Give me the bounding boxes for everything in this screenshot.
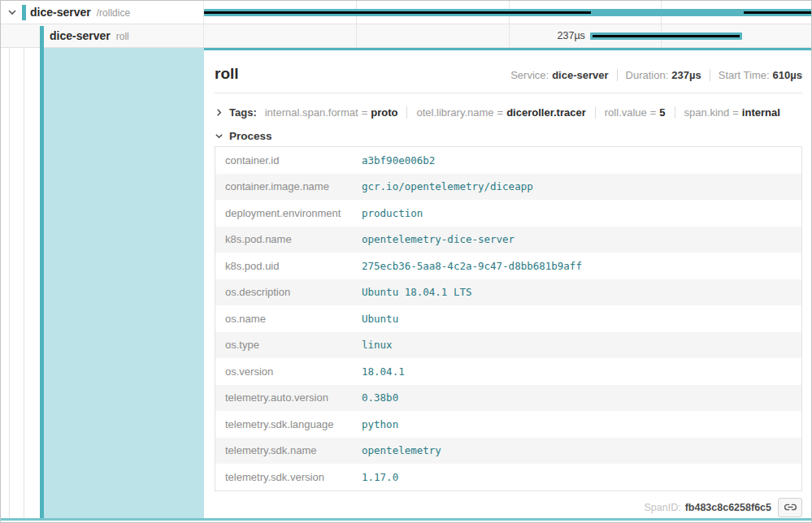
tags-summary-row[interactable]: Tags: internal.span.format = proto otel.… bbox=[215, 93, 802, 121]
chevron-right-icon[interactable] bbox=[215, 108, 224, 117]
trace-row-roll-selected[interactable]: dice-serverroll 237µs bbox=[1, 24, 811, 48]
link-icon bbox=[784, 501, 797, 513]
kv-value: opentelemetry bbox=[362, 444, 441, 456]
tag-key: span.kind bbox=[684, 106, 730, 119]
kv-key: telemetry.auto.version bbox=[215, 391, 362, 404]
span-bar-roll[interactable] bbox=[590, 32, 742, 40]
kv-value: linux bbox=[362, 339, 393, 351]
kv-value: Ubuntu 18.04.1 LTS bbox=[362, 286, 471, 298]
tag-value: internal bbox=[742, 106, 780, 119]
kv-value: 1.17.0 bbox=[362, 471, 398, 483]
process-label: Process bbox=[229, 130, 272, 142]
tag-equals: = bbox=[732, 106, 739, 119]
table-row: telemetry.auto.version0.38b0 bbox=[215, 385, 801, 412]
kv-key: telemetry.sdk.version bbox=[215, 471, 362, 483]
service-value: dice-server bbox=[552, 69, 608, 81]
kv-value: a3bf90e006b2 bbox=[362, 154, 435, 166]
tag-key: roll.value bbox=[605, 106, 647, 119]
table-row: k8s.pod.nameopentelemetry-dice-server bbox=[215, 227, 801, 253]
chevron-down-icon[interactable] bbox=[7, 7, 17, 17]
span-detail-panel: roll Service: dice-server Duration: 237µ… bbox=[204, 48, 812, 518]
table-row: container.image.namegcr.io/opentelemetry… bbox=[215, 174, 801, 201]
tags-label: Tags: bbox=[229, 106, 257, 119]
jaeger-span-detail-view: dice-server/rolldice dice-serverroll 237… bbox=[0, 0, 812, 523]
child-span-indicator bbox=[744, 11, 812, 14]
service-color-block bbox=[22, 5, 26, 20]
spanid-value: fb483c8c6258f6c5 bbox=[685, 502, 771, 513]
table-row: k8s.pod.uid275ecb36-5aa8-4c2a-9c47-d8bb6… bbox=[215, 253, 801, 279]
span-name[interactable]: dice-serverroll bbox=[50, 29, 129, 42]
operation-name: roll bbox=[116, 31, 129, 42]
kv-key: os.type bbox=[215, 339, 362, 351]
process-kv-table: container.ida3bf90e006b2 container.image… bbox=[215, 146, 802, 491]
copy-span-link-button[interactable] bbox=[778, 498, 802, 517]
selected-span-bottom-accent bbox=[1, 518, 811, 521]
tag-value: 5 bbox=[659, 106, 665, 119]
service-name: dice-server bbox=[30, 6, 91, 19]
service-color-block bbox=[40, 26, 44, 48]
kv-value: gcr.io/opentelemetry/diceapp bbox=[362, 180, 533, 192]
table-row: os.descriptionUbuntu 18.04.1 LTS bbox=[215, 279, 801, 306]
table-row: telemetry.sdk.languagepython bbox=[215, 411, 801, 438]
tag-key: internal.span.format bbox=[265, 106, 358, 119]
kv-value: 0.38b0 bbox=[362, 391, 398, 404]
kv-value: Ubuntu bbox=[362, 313, 398, 325]
kv-key: os.version bbox=[215, 365, 362, 378]
span-meta: Service: dice-server Duration: 237µs Sta… bbox=[510, 69, 802, 81]
selected-span-highlight bbox=[44, 48, 204, 518]
tag-separator bbox=[675, 106, 675, 119]
kv-key: k8s.pod.name bbox=[215, 233, 362, 245]
tag-value: proto bbox=[371, 106, 397, 119]
chevron-down-icon[interactable] bbox=[215, 132, 224, 140]
kv-value: opentelemetry-dice-server bbox=[362, 233, 515, 245]
service-label: Service: bbox=[510, 69, 549, 81]
self-time-indicator bbox=[593, 35, 740, 37]
table-row: telemetry.sdk.version1.17.0 bbox=[215, 464, 801, 491]
tag-separator bbox=[406, 106, 407, 119]
span-detail-header: roll Service: dice-server Duration: 237µ… bbox=[215, 50, 802, 93]
trace-row-rolldice-timeline[interactable] bbox=[204, 1, 812, 24]
kv-key: k8s.pod.uid bbox=[215, 260, 362, 272]
tag-equals: = bbox=[650, 106, 657, 119]
table-row: telemetry.sdk.nameopentelemetry bbox=[215, 438, 801, 465]
trace-row-rolldice[interactable]: dice-server/rolldice bbox=[1, 1, 811, 24]
child-span-indicator bbox=[204, 11, 591, 14]
span-duration-label: 237µs bbox=[558, 30, 585, 41]
meta-separator bbox=[617, 69, 618, 81]
operation-name: /rolldice bbox=[97, 7, 130, 19]
start-time-value: 610µs bbox=[773, 69, 802, 81]
table-row: os.version18.04.1 bbox=[215, 358, 801, 385]
span-name[interactable]: dice-server/rolldice bbox=[30, 6, 130, 19]
spanid-label: SpanID: bbox=[644, 502, 680, 513]
table-row: container.ida3bf90e006b2 bbox=[215, 147, 801, 174]
kv-value: 275ecb36-5aa8-4c2a-9c47-d8bb681b9aff bbox=[362, 260, 582, 272]
kv-key: container.id bbox=[215, 154, 362, 166]
trace-row-rolldice-name-cell[interactable]: dice-server/rolldice bbox=[1, 1, 204, 24]
indent-guide bbox=[24, 48, 24, 518]
tag-equals: = bbox=[497, 106, 504, 119]
kv-value: production bbox=[362, 207, 423, 219]
kv-key: telemetry.sdk.name bbox=[215, 444, 362, 456]
process-section-header[interactable]: Process bbox=[215, 121, 802, 144]
timeline-tick bbox=[509, 24, 510, 47]
kv-value: 18.04.1 bbox=[362, 365, 405, 378]
table-row: os.typelinux bbox=[215, 332, 801, 359]
span-title: roll bbox=[215, 65, 239, 83]
meta-separator bbox=[710, 69, 710, 81]
span-bar-rolldice[interactable] bbox=[204, 9, 812, 16]
timeline-tick bbox=[356, 24, 357, 47]
kv-value: python bbox=[362, 418, 398, 430]
indent-guide bbox=[9, 48, 10, 518]
tag-key: otel.library.name bbox=[416, 106, 493, 119]
table-row: os.nameUbuntu bbox=[215, 305, 801, 332]
kv-key: container.image.name bbox=[215, 180, 362, 192]
tag-separator bbox=[595, 106, 596, 119]
kv-key: deployment.environment bbox=[215, 207, 362, 219]
service-name: dice-server bbox=[50, 29, 111, 42]
trace-row-roll-timeline[interactable]: 237µs bbox=[204, 24, 812, 47]
span-detail-footer: SpanID: fb483c8c6258f6c5 bbox=[215, 498, 802, 517]
tag-value: diceroller.tracer bbox=[506, 106, 586, 119]
kv-key: os.description bbox=[215, 286, 362, 298]
start-time-label: Start Time: bbox=[719, 69, 770, 81]
trace-row-roll-name-cell[interactable]: dice-serverroll bbox=[1, 24, 204, 47]
